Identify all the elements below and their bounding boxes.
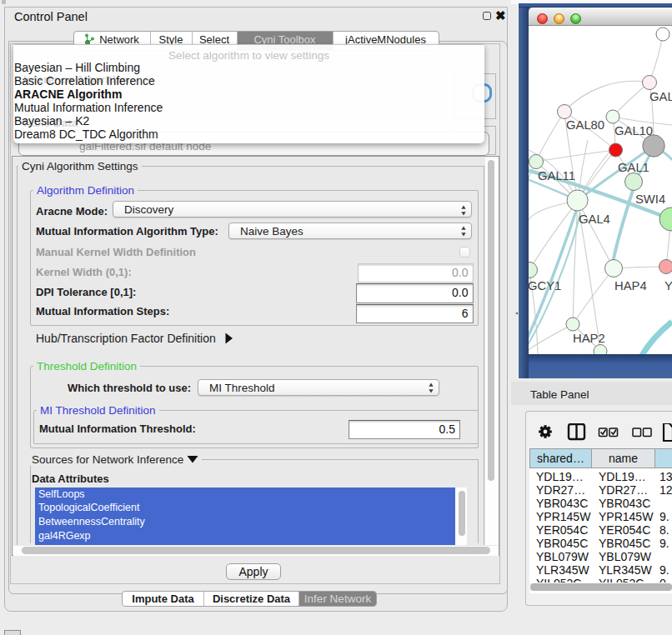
svg-text:HAP2: HAP2 [573,332,605,345]
svg-text:GAL4: GAL4 [579,212,610,226]
svg-text:GAL80: GAL80 [566,118,604,132]
svg-text:GCY1: GCY1 [529,279,561,292]
svg-text:SWI4: SWI4 [635,192,665,206]
svg-text:GAL7: GAL7 [649,90,672,103]
svg-text:GAL10: GAL10 [614,124,653,138]
svg-text:GAL11: GAL11 [538,169,575,182]
svg-text:GAL1: GAL1 [618,161,649,174]
svg-text:HAP4: HAP4 [614,279,647,292]
svg-text:Y: Y [664,279,672,292]
